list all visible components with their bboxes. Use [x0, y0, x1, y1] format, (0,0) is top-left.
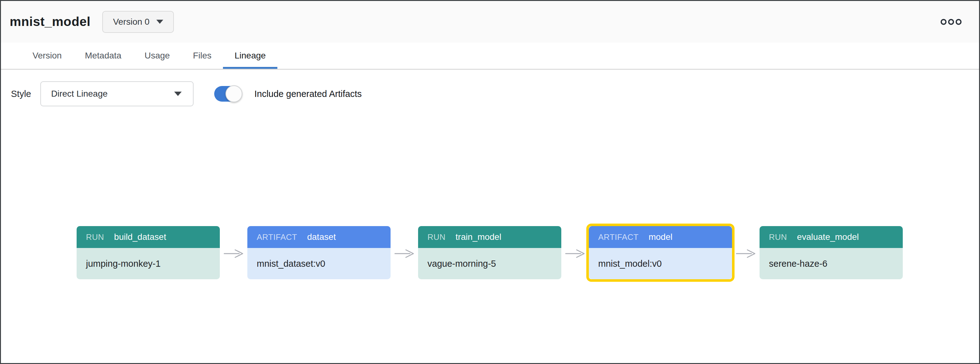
node-header: RUN build_dataset: [76, 226, 220, 248]
node-kind-label: RUN: [769, 232, 787, 242]
style-label: Style: [11, 89, 31, 99]
tab-version[interactable]: Version: [21, 43, 73, 69]
node-kind-label: RUN: [428, 232, 445, 242]
graph-node-dataset[interactable]: ARTIFACT dataset mnist_dataset:v0: [247, 226, 391, 279]
node-name: build_dataset: [114, 232, 166, 242]
chevron-down-icon: [156, 20, 163, 24]
include-artifacts-label: Include generated Artifacts: [254, 89, 361, 99]
node-header: RUN evaluate_model: [760, 226, 903, 248]
node-kind-label: ARTIFACT: [257, 232, 297, 242]
tab-files[interactable]: Files: [181, 43, 223, 69]
style-select[interactable]: Direct Lineage: [40, 81, 194, 106]
style-select-value: Direct Lineage: [51, 89, 108, 99]
node-header: RUN train_model: [418, 226, 561, 248]
graph-node-train-model[interactable]: RUN train_model vague-morning-5: [418, 226, 561, 279]
node-value: serene-haze-6: [760, 248, 903, 279]
node-kind-label: ARTIFACT: [598, 232, 638, 242]
chevron-down-icon: [174, 92, 182, 96]
node-header: ARTIFACT model: [589, 226, 732, 248]
node-value: vague-morning-5: [418, 248, 561, 279]
tab-lineage[interactable]: Lineage: [223, 43, 277, 69]
toggle-knob: [226, 85, 242, 102]
tab-usage[interactable]: Usage: [133, 43, 181, 69]
artifact-page: mnist_model Version 0 Version Metadata U…: [0, 0, 980, 364]
lineage-controls: Style Direct Lineage Include generated A…: [11, 81, 979, 106]
version-dropdown-label: Version 0: [113, 17, 150, 27]
arrow-icon: [565, 249, 585, 259]
ellipsis-icon: [940, 19, 947, 25]
version-dropdown-button[interactable]: Version 0: [102, 11, 174, 33]
graph-node-model-selected[interactable]: ARTIFACT model mnist_model:v0: [589, 226, 732, 279]
tab-bar: Version Metadata Usage Files Lineage: [1, 43, 979, 70]
arrow-icon: [224, 249, 243, 259]
node-value: jumping-monkey-1: [76, 248, 220, 279]
more-options-button[interactable]: [939, 17, 963, 27]
node-value: mnist_dataset:v0: [247, 248, 391, 279]
node-value: mnist_model:v0: [589, 248, 732, 279]
node-kind-label: RUN: [86, 232, 104, 242]
node-name: model: [649, 232, 672, 242]
arrow-icon: [736, 249, 756, 259]
tab-metadata[interactable]: Metadata: [73, 43, 133, 69]
page-header: mnist_model Version 0: [1, 1, 979, 43]
node-name: dataset: [307, 232, 336, 242]
node-name: train_model: [456, 232, 501, 242]
node-name: evaluate_model: [797, 232, 859, 242]
graph-node-evaluate-model[interactable]: RUN evaluate_model serene-haze-6: [760, 226, 903, 279]
page-title: mnist_model: [10, 14, 91, 29]
include-artifacts-toggle[interactable]: [214, 86, 242, 102]
graph-node-build-dataset[interactable]: RUN build_dataset jumping-monkey-1: [76, 226, 220, 279]
node-header: ARTIFACT dataset: [247, 226, 391, 248]
arrow-icon: [394, 249, 414, 259]
